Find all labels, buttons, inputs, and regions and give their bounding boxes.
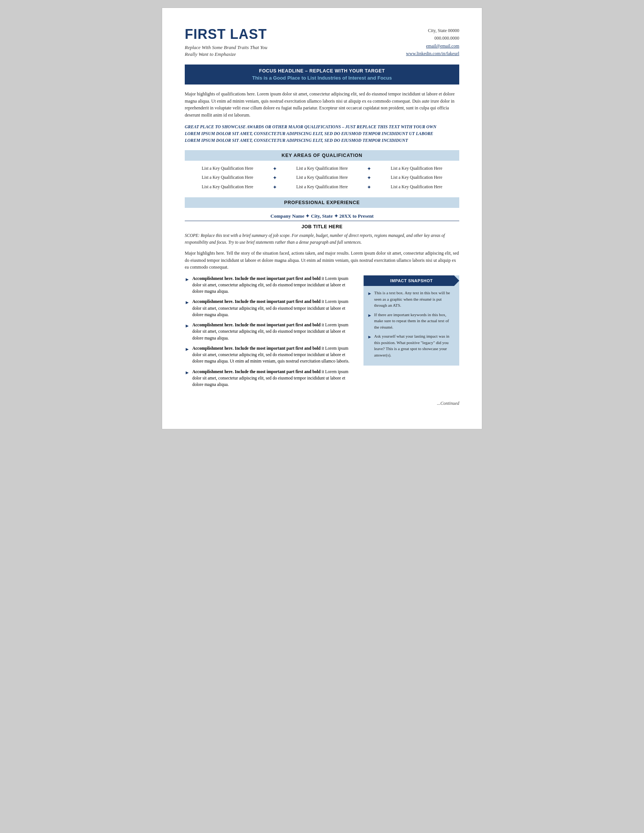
impact-arrow-1: ►: [367, 290, 372, 297]
qual-row-1: List a Key Qualification Here ✦ List a K…: [185, 164, 459, 174]
qual-1-3: List a Key Qualification Here: [374, 164, 459, 174]
bullet-text-2: Accomplishment here. Include the most im…: [192, 298, 357, 318]
qual-2-1: List a Key Qualification Here: [185, 174, 270, 183]
bullet-arrow-2: ►: [185, 299, 190, 306]
bullet-item-4: ► Accomplishment here. Include the most …: [185, 345, 357, 365]
bullet-text-3: Accomplishment here. Include the most im…: [192, 322, 357, 341]
header-left: FIRST LAST Replace With Some Brand Trait…: [185, 27, 406, 58]
candidate-name: FIRST LAST: [185, 27, 406, 42]
header-right: City, State 00000 000.000.0000 email@ema…: [406, 27, 459, 58]
bullet-text-5: Accomplishment here. Include the most im…: [192, 368, 357, 388]
bullet-item-3: ► Accomplishment here. Include the most …: [185, 322, 357, 341]
email-link[interactable]: email@email.com: [406, 42, 459, 50]
bullet-arrow-3: ►: [185, 322, 190, 330]
qual-1-2: List a Key Qualification Here: [279, 164, 365, 174]
impact-column: IMPACT SNAPSHOT ► This is a text box. An…: [363, 275, 459, 366]
bullet-arrow-4: ►: [185, 346, 190, 353]
focus-headline: FOCUS HEADLINE – REPLACE WITH YOUR TARGE…: [192, 68, 452, 74]
awards-line1: GREAT PLACE TO SHOWCASE AWARDS OR OTHER …: [185, 124, 459, 130]
focus-subheadline: This is a Good Place to List Industries …: [192, 75, 452, 81]
impact-text-1: This is a text box. Any text in this box…: [374, 290, 455, 309]
header: FIRST LAST Replace With Some Brand Trait…: [185, 27, 459, 58]
continued-label: ...Continued: [185, 400, 459, 406]
impact-arrow-2: ►: [367, 312, 372, 319]
qual-sep-6: ✦: [365, 183, 374, 192]
summary-paragraph: Major highlights of qualifications here.…: [185, 90, 459, 119]
linkedin-link[interactable]: www.linkedin.com/in/fakeurl: [406, 50, 459, 57]
scope-text: SCOPE: Replace this text with a brief su…: [185, 232, 459, 246]
awards-block: GREAT PLACE TO SHOWCASE AWARDS OR OTHER …: [185, 124, 459, 144]
professional-experience-header: PROFESSIONAL EXPERIENCE: [185, 197, 459, 208]
impact-arrow-3: ►: [367, 333, 372, 340]
company-line: Company Name ✦ City, State ✦ 20XX to Pre…: [185, 213, 459, 219]
company-divider: [185, 221, 459, 221]
impact-text-2: If there are important keywords in this …: [374, 312, 455, 330]
qual-row-3: List a Key Qualification Here ✦ List a K…: [185, 183, 459, 192]
bullets-column: ► Accomplishment here. Include the most …: [185, 275, 357, 392]
bullet-item-1: ► Accomplishment here. Include the most …: [185, 275, 357, 295]
qual-row-2: List a Key Qualification Here ✦ List a K…: [185, 174, 459, 183]
bullet-arrow-5: ►: [185, 369, 190, 376]
key-areas-header: KEY AREAS OF QUALIFICATION: [185, 150, 459, 161]
bullet-item-5: ► Accomplishment here. Include the most …: [185, 368, 357, 388]
qual-sep-2: ✦: [365, 164, 374, 174]
qual-1-1: List a Key Qualification Here: [185, 164, 270, 174]
focus-banner: FOCUS HEADLINE – REPLACE WITH YOUR TARGE…: [185, 64, 459, 85]
qual-sep-1: ✦: [270, 164, 279, 174]
impact-box: IMPACT SNAPSHOT ► This is a text box. An…: [363, 275, 459, 366]
qual-3-2: List a Key Qualification Here: [279, 183, 365, 192]
awards-line2: LOREM IPSUM DOLOR SIT AMET, CONSECTETUR …: [185, 130, 459, 137]
qual-2-3: List a Key Qualification Here: [374, 174, 459, 183]
qualifications-grid: List a Key Qualification Here ✦ List a K…: [185, 164, 459, 192]
bullet-arrow-1: ►: [185, 276, 190, 283]
bullet-text-1: Accomplishment here. Include the most im…: [192, 275, 357, 295]
major-highlights: Major highlights here. Tell the story of…: [185, 250, 459, 271]
qual-3-1: List a Key Qualification Here: [185, 183, 270, 192]
two-col-section: ► Accomplishment here. Include the most …: [185, 275, 459, 392]
qual-sep-4: ✦: [365, 174, 374, 183]
impact-bullet-1: ► This is a text box. Any text in this b…: [367, 290, 455, 309]
impact-text-3: Ask yourself what your lasting impact wa…: [374, 333, 455, 358]
awards-line3: LOREM IPSUM DOLOR SIT AMET, CONSECTETUR …: [185, 137, 459, 144]
bullet-item-2: ► Accomplishment here. Include the most …: [185, 298, 357, 318]
qual-2-2: List a Key Qualification Here: [279, 174, 365, 183]
job-title: JOB TITLE HERE: [185, 224, 459, 229]
qual-sep-5: ✦: [270, 183, 279, 192]
resume-page: FIRST LAST Replace With Some Brand Trait…: [162, 8, 482, 429]
tagline: Replace With Some Brand Traits That You …: [185, 44, 406, 58]
impact-bullet-2: ► If there are important keywords in thi…: [367, 312, 455, 330]
impact-bullet-3: ► Ask yourself what your lasting impact …: [367, 333, 455, 358]
bullet-text-4: Accomplishment here. Include the most im…: [192, 345, 357, 365]
location: City, State 00000: [406, 27, 459, 34]
impact-header: IMPACT SNAPSHOT: [363, 275, 459, 286]
qual-3-3: List a Key Qualification Here: [374, 183, 459, 192]
phone: 000.000.0000: [406, 34, 459, 42]
qual-sep-3: ✦: [270, 174, 279, 183]
